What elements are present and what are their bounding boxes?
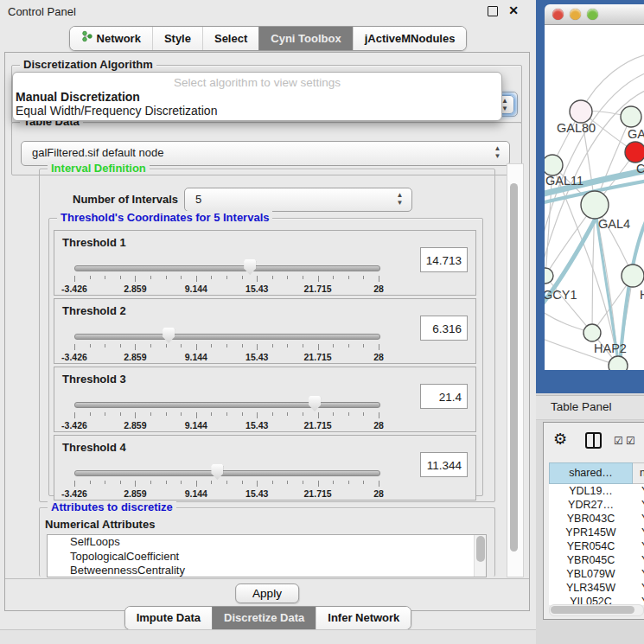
network-node[interactable] (621, 106, 641, 127)
slider-tick (105, 344, 105, 348)
tab-style[interactable]: Style (152, 27, 202, 50)
slider-tick-label: 15.43 (245, 284, 268, 294)
slider-track[interactable] (74, 470, 380, 476)
tab-label: Infer Network (328, 610, 399, 625)
slider-track[interactable] (74, 265, 380, 271)
table-header: shared… n (549, 462, 644, 484)
table-data-value: galFiltered.sif default node (22, 142, 509, 163)
num-intervals-combobox[interactable]: 5 ▲▼ (184, 188, 412, 212)
slider-tick (318, 344, 319, 350)
threshold-slider[interactable]: -3.4262.8599.14415.4321.71528 (74, 327, 379, 360)
table-row[interactable]: YBR045CYBR0 (549, 553, 644, 567)
slider-thumb[interactable] (211, 464, 223, 480)
dropdown-option-manual[interactable]: Manual Discretization (16, 90, 140, 104)
close-icon[interactable]: ✕ (508, 3, 519, 17)
slider-tick (348, 412, 349, 416)
table-row[interactable]: YDR27…YDR2 (549, 498, 644, 512)
checkbox-icon[interactable]: ☑ (614, 435, 623, 447)
panel-title: Control Panel (8, 5, 76, 18)
slider-tick (120, 344, 121, 348)
network-node[interactable] (545, 268, 553, 284)
threshold-slider[interactable]: -3.4262.8599.14415.4321.71528 (74, 463, 379, 496)
table-horizontal-scrollbar[interactable] (549, 604, 644, 616)
tab-label: Cyni Toolbox (271, 31, 341, 46)
cell-shared-name: YBL079W (549, 567, 633, 581)
attribute-item[interactable]: SelfLoops (48, 535, 486, 550)
slider-tick-label: 21.715 (304, 488, 332, 499)
gear-icon[interactable]: ⚙ (553, 430, 567, 449)
network-node[interactable] (625, 142, 644, 163)
table-row[interactable]: YLR345WYLR3 (549, 581, 644, 595)
close-traffic-light-icon[interactable] (552, 9, 564, 20)
slider-tick-label: 9.144 (185, 488, 207, 499)
network-window-titlebar (545, 4, 644, 25)
threshold-value-field[interactable]: 11.344 (420, 452, 468, 477)
network-node[interactable] (570, 100, 592, 123)
table-row[interactable]: YBR043CYBR0 (549, 512, 644, 526)
attributes-list[interactable]: SelfLoopsTopologicalCoefficientBetweenne… (47, 534, 487, 577)
threshold-value-field[interactable]: 14.713 (420, 247, 468, 272)
table-row[interactable]: YDL19…YDL1 (549, 484, 644, 498)
tab-network[interactable]: Network (70, 27, 152, 50)
columns-icon[interactable] (585, 432, 602, 449)
slider-tick (105, 412, 105, 416)
minimize-traffic-light-icon[interactable] (570, 9, 581, 20)
slider-thumb[interactable] (309, 396, 321, 411)
attribute-item[interactable]: BetweennessCentrality (48, 564, 486, 577)
tab-impute-data[interactable]: Impute Data (125, 607, 212, 629)
column-header-shared-name[interactable]: shared… (549, 462, 633, 484)
table-row[interactable]: YBL079WYBL0 (549, 567, 644, 581)
column-header-name[interactable]: n (633, 462, 644, 484)
threshold-row-1: Threshold 1-3.4262.8599.14415.4321.71528… (54, 230, 476, 296)
attribute-item[interactable]: TopologicalCoefficient (48, 550, 486, 564)
tab-label: Select (214, 31, 247, 46)
threshold-value-field[interactable]: 21.4 (420, 384, 468, 409)
slider-tick (379, 481, 379, 487)
slider-tick (272, 481, 273, 484)
table-row[interactable]: YER054CYER0 (549, 539, 644, 553)
tab-discretize-data[interactable]: Discretize Data (212, 607, 316, 629)
slider-tick (181, 276, 182, 279)
zoom-traffic-light-icon[interactable] (587, 9, 598, 20)
settings-vertical-scrollbar[interactable] (507, 163, 524, 577)
checkbox-icon[interactable]: ☑ (626, 435, 635, 447)
tab-label: Impute Data (137, 610, 201, 625)
apply-button[interactable]: Apply (235, 583, 299, 603)
tab-label: Style (164, 31, 191, 46)
tab-select[interactable]: Select (202, 27, 258, 50)
slider-tick (120, 481, 121, 484)
table-row[interactable]: YPR145WYPR1 (549, 526, 644, 539)
network-node[interactable] (622, 265, 644, 287)
tab-jactivemnodules[interactable]: jActiveMNodules (353, 27, 467, 50)
slider-tick (242, 481, 243, 484)
network-node[interactable] (545, 155, 563, 175)
slider-tick-label: 28 (373, 284, 384, 294)
slider-track[interactable] (74, 334, 380, 340)
float-icon[interactable] (488, 6, 498, 16)
slider-thumb[interactable] (244, 259, 256, 275)
threshold-label: Threshold 3 (62, 373, 126, 386)
num-intervals-value: 5 (185, 188, 411, 210)
list-scrollbar[interactable] (474, 535, 486, 577)
slider-thumb[interactable] (163, 328, 175, 343)
dropdown-prompt-item[interactable]: Select algorithm to view settings (13, 76, 501, 89)
tab-infer-network[interactable]: Infer Network (316, 607, 411, 629)
scrollbar-thumb[interactable] (551, 606, 634, 614)
network-node[interactable] (583, 324, 601, 341)
threshold-value-field[interactable]: 6.316 (420, 316, 468, 341)
scrollbar-thumb[interactable] (510, 183, 518, 552)
tab-cyni-toolbox[interactable]: Cyni Toolbox (258, 27, 352, 50)
tab-label: Network (97, 31, 141, 46)
table-panel-title: Table Panel (551, 400, 612, 413)
slider-tick (74, 412, 75, 418)
cell-name: YLR3 (633, 581, 644, 595)
threshold-slider[interactable]: -3.4262.8599.14415.4321.71528 (74, 258, 379, 291)
slider-track[interactable] (74, 402, 380, 408)
network-node[interactable] (609, 356, 628, 370)
slider-tick-label: -3.426 (61, 352, 87, 362)
slider-tick (287, 344, 288, 348)
network-node[interactable] (581, 191, 609, 219)
dropdown-option-equal-width[interactable]: Equal Width/Frequency Discretization (16, 104, 217, 118)
threshold-slider[interactable]: -3.4262.8599.14415.4321.71528 (74, 395, 379, 428)
network-canvas[interactable]: GAL80GACGAL11GAL4GCY1HHAP2 (545, 25, 644, 370)
